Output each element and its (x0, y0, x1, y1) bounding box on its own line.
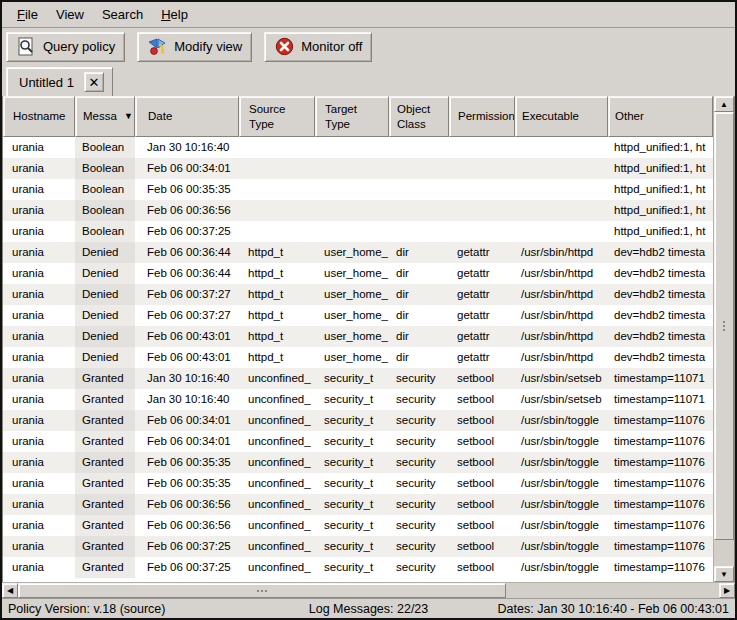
tab-label: Untitled 1 (19, 75, 74, 90)
column-header-date[interactable]: Date (135, 96, 239, 137)
cell-date: Jan 30 10:16:40 (135, 389, 239, 410)
cell-date: Feb 06 00:43:01 (135, 347, 239, 368)
table-row[interactable]: urania Granted Feb 06 00:34:01 unconfine… (3, 431, 713, 452)
column-header-hostname[interactable]: Hostname (3, 96, 75, 137)
query-policy-button[interactable]: Query policy (6, 32, 125, 62)
column-header-other[interactable]: Other (608, 96, 713, 137)
column-header-object-class[interactable]: Object Class (389, 96, 449, 137)
log-view: Hostname Messa▼ Date Source Type Target … (2, 96, 735, 598)
log-table: Hostname Messa▼ Date Source Type Target … (3, 96, 713, 582)
cell-message: Denied (75, 347, 135, 368)
cell-other: timestamp=11071 (608, 368, 713, 389)
table-row[interactable]: urania Granted Jan 30 10:16:40 unconfine… (3, 368, 713, 389)
table-row[interactable]: urania Granted Feb 06 00:35:35 unconfine… (3, 452, 713, 473)
cell-hostname: urania (3, 557, 75, 578)
modify-view-icon (147, 36, 168, 57)
cell-source-type: unconfined_ (239, 431, 315, 452)
menu-file[interactable]: File (8, 4, 47, 25)
modify-view-button[interactable]: Modify view (137, 32, 252, 62)
column-header-target-type[interactable]: Target Type (315, 96, 389, 137)
monitor-off-button[interactable]: Monitor off (264, 32, 372, 62)
table-row[interactable]: urania Granted Feb 06 00:37:25 unconfine… (3, 557, 713, 578)
cell-executable: /usr/sbin/toggle (515, 431, 608, 452)
scroll-down-button[interactable]: ▼ (714, 566, 734, 582)
vertical-scrollbar-thumb[interactable] (714, 112, 734, 540)
table-row[interactable]: urania Boolean Feb 06 00:37:25 httpd_uni… (3, 221, 713, 242)
table-row[interactable]: urania Boolean Feb 06 00:35:35 httpd_uni… (3, 179, 713, 200)
cell-date: Feb 06 00:34:01 (135, 431, 239, 452)
menu-view[interactable]: View (47, 4, 93, 25)
sort-desc-icon: ▼ (124, 111, 133, 122)
column-header-label: Executable (522, 109, 579, 123)
table-row[interactable]: urania Granted Feb 06 00:35:35 unconfine… (3, 473, 713, 494)
horizontal-scrollbar-thumb[interactable] (18, 583, 506, 598)
table-row[interactable]: urania Denied Feb 06 00:43:01 httpd_t us… (3, 326, 713, 347)
cell-message: Boolean (75, 179, 135, 200)
cell-permission: setbool (449, 473, 515, 494)
cell-target-type: user_home_ (315, 347, 389, 368)
cell-permission (449, 137, 515, 158)
cell-hostname: urania (3, 452, 75, 473)
table-row[interactable]: urania Granted Feb 06 00:36:56 unconfine… (3, 494, 713, 515)
table-row[interactable]: urania Denied Feb 06 00:37:27 httpd_t us… (3, 305, 713, 326)
tab-untitled-1[interactable]: Untitled 1 ✕ (6, 67, 113, 96)
cell-executable: /usr/sbin/setseb (515, 368, 608, 389)
cell-hostname: urania (3, 221, 75, 242)
table-row[interactable]: urania Denied Feb 06 00:36:44 httpd_t us… (3, 263, 713, 284)
cell-permission: getattr (449, 263, 515, 284)
cell-source-type: unconfined_ (239, 536, 315, 557)
table-header-row: Hostname Messa▼ Date Source Type Target … (3, 96, 713, 137)
cell-object-class: dir (389, 284, 449, 305)
cell-date: Feb 06 00:35:35 (135, 473, 239, 494)
vertical-scrollbar-trough[interactable] (714, 112, 734, 566)
scroll-up-button[interactable]: ▲ (714, 96, 734, 112)
column-header-permission[interactable]: Permission (449, 96, 515, 137)
cell-date: Jan 30 10:16:40 (135, 368, 239, 389)
cell-permission: getattr (449, 284, 515, 305)
horizontal-scrollbar[interactable]: ◀ ▶ (2, 582, 735, 598)
table-row[interactable]: urania Denied Feb 06 00:43:01 httpd_t us… (3, 347, 713, 368)
cell-executable: /usr/sbin/toggle (515, 410, 608, 431)
table-row[interactable]: urania Boolean Jan 30 10:16:40 httpd_uni… (3, 137, 713, 158)
cell-source-type: unconfined_ (239, 473, 315, 494)
menu-file-rest: ile (25, 7, 38, 22)
table-row[interactable]: urania Granted Jan 30 10:16:40 unconfine… (3, 389, 713, 410)
cell-other: dev=hdb2 timesta (608, 326, 713, 347)
cell-target-type (315, 158, 389, 179)
table-row[interactable]: urania Boolean Feb 06 00:34:01 httpd_uni… (3, 158, 713, 179)
cell-target-type (315, 200, 389, 221)
cell-hostname: urania (3, 137, 75, 158)
menu-help[interactable]: Help (152, 4, 197, 25)
cell-executable (515, 158, 608, 179)
cell-object-class: dir (389, 347, 449, 368)
cell-target-type (315, 221, 389, 242)
column-header-source-type[interactable]: Source Type (239, 96, 315, 137)
menu-help-hotkey: H (161, 7, 170, 22)
log-messages-status: Log Messages: 22/23 (309, 602, 429, 616)
table-row[interactable]: urania Boolean Feb 06 00:36:56 httpd_uni… (3, 200, 713, 221)
scroll-right-button[interactable]: ▶ (719, 583, 735, 598)
cell-other: timestamp=11076 (608, 515, 713, 536)
cell-source-type (239, 179, 315, 200)
cell-date: Feb 06 00:34:01 (135, 158, 239, 179)
menu-search[interactable]: Search (93, 4, 152, 25)
vertical-scrollbar[interactable]: ▲ ▼ (713, 96, 734, 582)
cell-date: Feb 06 00:35:35 (135, 452, 239, 473)
cell-hostname: urania (3, 473, 75, 494)
cell-hostname: urania (3, 368, 75, 389)
horizontal-scrollbar-trough[interactable] (18, 583, 719, 598)
scroll-left-button[interactable]: ◀ (2, 583, 18, 598)
table-row[interactable]: urania Denied Feb 06 00:36:44 httpd_t us… (3, 242, 713, 263)
scrollbar-grip (261, 590, 263, 592)
cell-source-type (239, 137, 315, 158)
tab-close-button[interactable]: ✕ (84, 72, 104, 92)
table-row[interactable]: urania Granted Feb 06 00:34:01 unconfine… (3, 410, 713, 431)
table-row[interactable]: urania Granted Feb 06 00:37:25 unconfine… (3, 536, 713, 557)
table-row[interactable]: urania Granted Feb 06 00:36:56 unconfine… (3, 515, 713, 536)
cell-target-type: security_t (315, 557, 389, 578)
cell-executable: /usr/sbin/setseb (515, 389, 608, 410)
log-table-zone: Hostname Messa▼ Date Source Type Target … (2, 96, 735, 582)
column-header-message[interactable]: Messa▼ (75, 96, 135, 137)
column-header-executable[interactable]: Executable (515, 96, 608, 137)
table-row[interactable]: urania Denied Feb 06 00:37:27 httpd_t us… (3, 284, 713, 305)
